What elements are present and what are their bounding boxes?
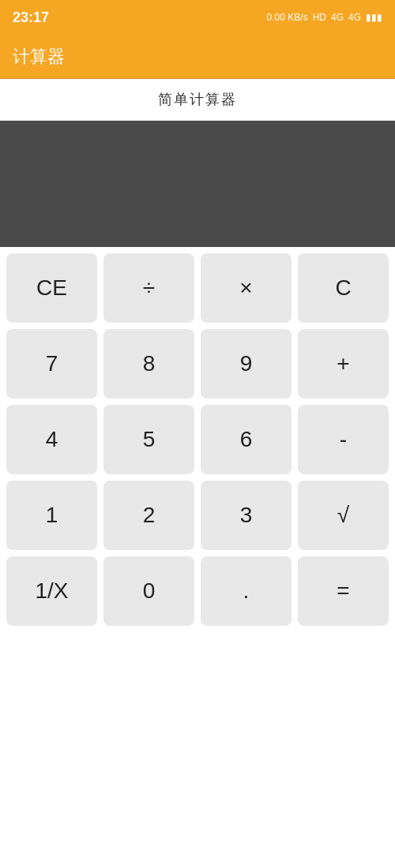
sqrt-button[interactable]: √ (298, 481, 389, 550)
network-speed: 0.00 KB/s (267, 12, 308, 23)
divide-button[interactable]: ÷ (103, 253, 194, 323)
hd-icon: HD (313, 12, 326, 23)
calculator-grid: CE÷×C789+456-123√1/X0.= (0, 247, 395, 632)
multiply-button[interactable]: × (201, 253, 292, 323)
one-button[interactable]: 1 (6, 481, 97, 550)
status-icons: 0.00 KB/s HD 4G 4G ▮▮▮ (267, 12, 382, 23)
reciprocal-button[interactable]: 1/X (6, 556, 97, 626)
page-title-bar: 简单计算器 (0, 79, 395, 121)
status-bar: 23:17 0.00 KB/s HD 4G 4G ▮▮▮ (0, 0, 395, 35)
signal-4g-icon: 4G (331, 12, 344, 23)
equals-button[interactable]: = (298, 556, 389, 626)
five-button[interactable]: 5 (103, 405, 194, 474)
eight-button[interactable]: 8 (103, 329, 194, 398)
signal-4g-icon-2: 4G (348, 12, 361, 23)
nine-button[interactable]: 9 (201, 329, 292, 398)
minus-button[interactable]: - (298, 405, 389, 474)
bottom-area (0, 632, 395, 868)
display-area (0, 121, 395, 247)
status-time: 23:17 (13, 9, 49, 26)
three-button[interactable]: 3 (201, 481, 292, 550)
clear-button[interactable]: C (298, 253, 389, 323)
four-button[interactable]: 4 (6, 405, 97, 474)
seven-button[interactable]: 7 (6, 329, 97, 398)
six-button[interactable]: 6 (201, 405, 292, 474)
battery-icon: ▮▮▮ (366, 12, 382, 23)
decimal-button[interactable]: . (201, 556, 292, 626)
ce-button[interactable]: CE (6, 253, 97, 323)
page-title: 简单计算器 (158, 92, 237, 107)
app-title: 计算器 (13, 45, 65, 69)
two-button[interactable]: 2 (103, 481, 194, 550)
plus-button[interactable]: + (298, 329, 389, 398)
zero-button[interactable]: 0 (103, 556, 194, 626)
app-header: 计算器 (0, 35, 395, 79)
